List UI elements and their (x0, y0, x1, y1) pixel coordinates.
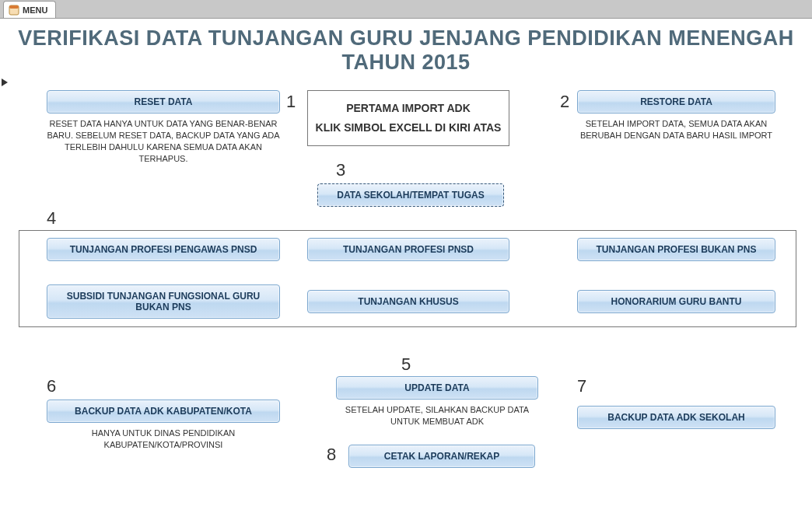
form-icon (9, 5, 19, 16)
honorarium-guru-bantu-button[interactable]: HONORARIUM GURU BANTU (577, 290, 775, 313)
backup-kab-desc: HANYA UNTUK DINAS PENDIDIKAN KABUPATEN/K… (47, 428, 280, 451)
cetak-laporan-button[interactable]: CETAK LAPORAN/REKAP (348, 445, 535, 468)
title-line-1: VERIFIKASI DATA TUNJANGAN GURU JENJANG P… (0, 26, 812, 51)
restore-data-desc: SETELAH IMPORT DATA, SEMUA DATA AKAN BER… (577, 118, 775, 141)
tunj-profesi-pengawas-button[interactable]: TUNJANGAN PROFESI PENGAWAS PNSD (47, 238, 280, 261)
reset-data-desc: RESET DATA HANYA UNTUK DATA YANG BENAR-B… (47, 118, 280, 164)
step-1-number: 1 (286, 92, 296, 112)
tab-strip: MENU (0, 0, 812, 19)
tunj-profesi-pnsd-button[interactable]: TUNJANGAN PROFESI PNSD (307, 238, 509, 261)
step-2-number: 2 (560, 92, 569, 112)
update-data-desc: SETELAH UPDATE, SILAHKAN BACKUP DATA UNT… (336, 404, 538, 428)
svg-rect-1 (9, 5, 19, 9)
restore-data-button[interactable]: RESTORE DATA (577, 90, 775, 113)
step-5-number: 5 (401, 354, 411, 375)
tunj-profesi-bukan-pns-button[interactable]: TUNJANGAN PROFESI BUKAN PNS (577, 238, 775, 261)
data-sekolah-button[interactable]: DATA SEKOLAH/TEMPAT TUGAS (317, 183, 504, 207)
step-4-number: 4 (47, 208, 56, 229)
backup-kab-button[interactable]: BACKUP DATA ADK KABUPATEN/KOTA (47, 400, 280, 423)
step-8-number: 8 (327, 445, 336, 465)
tab-menu[interactable]: MENU (3, 1, 56, 18)
import-instructions: PERTAMA IMPORT ADK KLIK SIMBOL EXCELL DI… (307, 90, 509, 146)
import-line-2: KLIK SIMBOL EXCELL DI KIRI ATAS (313, 118, 504, 138)
form-surface: VERIFIKASI DATA TUNJANGAN GURU JENJANG P… (0, 19, 812, 520)
page-title: VERIFIKASI DATA TUNJANGAN GURU JENJANG P… (0, 19, 812, 75)
update-data-button[interactable]: UPDATE DATA (336, 376, 538, 400)
tab-label: MENU (23, 5, 47, 15)
title-line-2: TAHUN 2015 (0, 51, 812, 75)
tunjangan-khusus-button[interactable]: TUNJANGAN KHUSUS (307, 290, 509, 313)
reset-data-button[interactable]: RESET DATA (47, 90, 280, 113)
backup-sekolah-button[interactable]: BACKUP DATA ADK SEKOLAH (577, 406, 775, 429)
step-3-number: 3 (336, 160, 345, 180)
step-6-number: 6 (47, 376, 56, 396)
import-line-1: PERTAMA IMPORT ADK (313, 99, 504, 118)
step-7-number: 7 (577, 376, 586, 396)
subsidi-tunj-fungsional-button[interactable]: SUBSIDI TUNJANGAN FUNGSIONAL GURU BUKAN … (47, 284, 280, 319)
record-selector-icon[interactable] (0, 78, 9, 87)
